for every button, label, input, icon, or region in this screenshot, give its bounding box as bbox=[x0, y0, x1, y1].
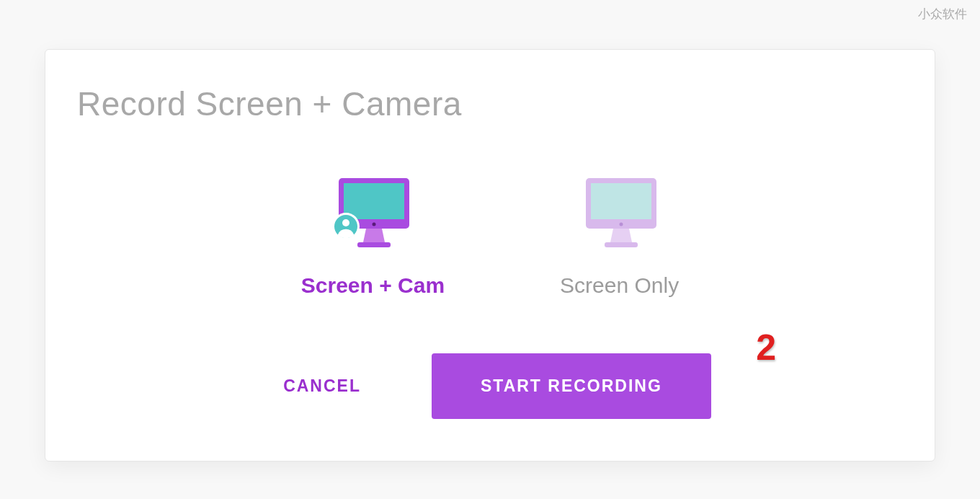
watermark-text: 小众软件 bbox=[918, 6, 967, 22]
option-label: Screen Only bbox=[560, 273, 679, 298]
svg-point-6 bbox=[342, 219, 349, 226]
svg-rect-10 bbox=[605, 242, 638, 247]
svg-rect-1 bbox=[344, 183, 404, 219]
recording-options: Screen + Cam Screen Only bbox=[45, 174, 935, 298]
start-recording-button[interactable]: START RECORDING bbox=[432, 353, 711, 419]
svg-rect-3 bbox=[357, 242, 391, 247]
record-dialog: Record Screen + Camera bbox=[45, 49, 935, 462]
dialog-title: Record Screen + Camera bbox=[77, 84, 462, 123]
option-label: Screen + Cam bbox=[301, 273, 445, 298]
svg-point-2 bbox=[373, 223, 376, 226]
screen-cam-icon bbox=[326, 174, 419, 260]
step-annotation: 2 bbox=[756, 327, 776, 368]
option-screen-cam[interactable]: Screen + Cam bbox=[301, 174, 445, 298]
dialog-buttons: CANCEL START RECORDING bbox=[45, 353, 935, 419]
cancel-button[interactable]: CANCEL bbox=[269, 369, 375, 403]
svg-rect-8 bbox=[591, 183, 651, 219]
option-screen-only[interactable]: Screen Only bbox=[560, 174, 679, 298]
svg-point-9 bbox=[619, 223, 623, 226]
screen-only-icon bbox=[573, 174, 667, 260]
